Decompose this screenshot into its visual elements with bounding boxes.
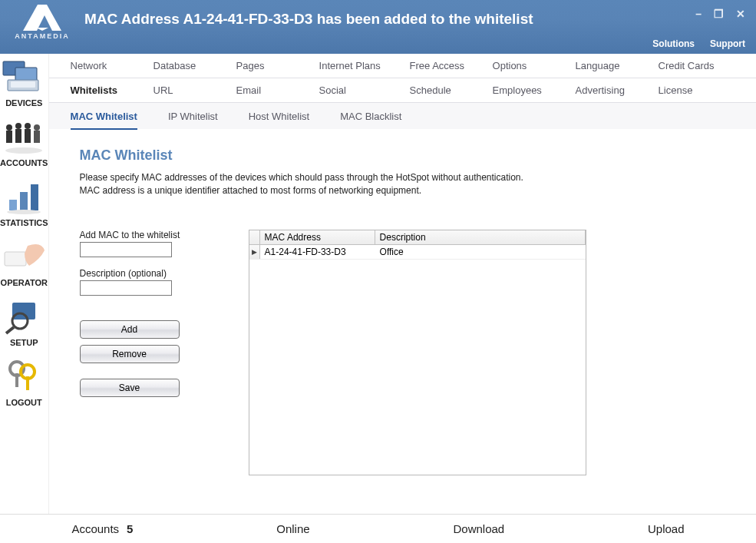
subtab-host-whitelist[interactable]: Host Whitelist — [249, 111, 309, 123]
svg-rect-17 — [20, 192, 28, 210]
svg-rect-10 — [15, 129, 21, 143]
svg-rect-27 — [26, 376, 29, 390]
tab-pages[interactable]: Pages — [236, 60, 319, 71]
close-icon[interactable]: ✕ — [736, 8, 745, 20]
svg-rect-14 — [34, 131, 40, 143]
sidebar-item-devices[interactable]: DEVICES — [0, 57, 48, 108]
svg-rect-4 — [15, 68, 37, 81]
section-title: MAC Whitelist — [80, 147, 748, 164]
status-accounts-value: 5 — [127, 522, 133, 535]
add-button[interactable]: Add — [80, 320, 180, 339]
tab-internet-plans[interactable]: Internet Plans — [319, 60, 410, 71]
logout-icon — [0, 356, 48, 396]
tabs-level3: MAC Whitelist IP Whitelist Host Whitelis… — [49, 103, 756, 129]
tab-schedule[interactable]: Schedule — [410, 84, 493, 96]
subtab-ip-whitelist[interactable]: IP Whitelist — [168, 111, 218, 123]
sidebar-item-statistics[interactable]: STATISTICS — [0, 177, 48, 227]
link-solutions[interactable]: Solutions — [652, 38, 695, 49]
sidebar-item-label: ACCOUNTS — [0, 158, 48, 167]
tab-advertising[interactable]: Advertising — [576, 84, 659, 96]
section-desc-line: MAC address is a unique identifier attac… — [80, 184, 748, 197]
cell-desc: Office — [375, 245, 586, 259]
sidebar-item-label: SETUP — [10, 338, 38, 347]
statistics-icon — [0, 177, 48, 217]
svg-line-23 — [6, 327, 14, 333]
app-header: ANTAMEDIA MAC Address A1-24-41-FD-33-D3 … — [0, 0, 756, 54]
sidebar-item-accounts[interactable]: ACCOUNTS — [0, 117, 48, 167]
sidebar-item-setup[interactable]: SETUP — [0, 296, 48, 347]
svg-rect-6 — [11, 81, 35, 88]
status-accounts[interactable]: Accounts 5 — [71, 522, 133, 535]
tab-credit-cards[interactable]: Credit Cards — [659, 60, 741, 71]
tab-options[interactable]: Options — [493, 60, 576, 71]
header-links: Solutions Support — [652, 38, 745, 49]
tab-language[interactable]: Language — [576, 60, 659, 71]
svg-point-7 — [6, 124, 12, 131]
status-online[interactable]: Online — [276, 522, 309, 535]
setup-icon — [0, 296, 48, 336]
grid-header: MAC Address Description — [249, 230, 586, 245]
brand-name: ANTAMEDIA — [15, 32, 69, 40]
sidebar-item-label: LOGOUT — [6, 398, 42, 407]
sidebar-item-logout[interactable]: LOGOUT — [0, 356, 48, 407]
tabs-level1: Network Database Pages Internet Plans Fr… — [49, 54, 756, 78]
minimize-icon[interactable]: – — [695, 8, 702, 20]
header-title: MAC Address A1-24-41-FD-33-D3 has been a… — [84, 0, 695, 28]
main-area: Network Database Pages Internet Plans Fr… — [49, 54, 756, 514]
svg-rect-20 — [5, 252, 26, 266]
svg-point-9 — [15, 123, 21, 129]
tab-database[interactable]: Database — [154, 60, 236, 71]
window-controls: – ❐ ✕ — [695, 0, 756, 20]
link-support[interactable]: Support — [710, 38, 745, 49]
subtab-mac-blacklist[interactable]: MAC Blacklist — [340, 111, 401, 123]
svg-point-13 — [34, 124, 40, 131]
svg-rect-8 — [6, 131, 12, 143]
tab-whitelists[interactable]: Whitelists — [71, 84, 154, 96]
brand-logo: ANTAMEDIA — [0, 0, 84, 40]
svg-rect-25 — [15, 373, 18, 387]
svg-rect-12 — [25, 129, 31, 143]
tab-license[interactable]: License — [659, 84, 741, 96]
mac-input-label: Add MAC to the whitelist — [80, 230, 233, 240]
svg-point-11 — [25, 123, 31, 129]
sidebar-item-label: STATISTICS — [0, 218, 48, 227]
desc-input-label: Description (optional) — [80, 268, 233, 279]
sidebar: DEVICES ACCOUNTS — [0, 54, 49, 514]
sidebar-item-operator[interactable]: OPERATOR — [0, 237, 48, 287]
tab-social[interactable]: Social — [319, 84, 410, 96]
cell-mac: A1-24-41-FD-33-D3 — [260, 245, 375, 259]
content: MAC Whitelist Please specify MAC address… — [49, 129, 756, 483]
description-input[interactable] — [80, 280, 172, 296]
status-bar: Accounts 5 Online Download Upload — [0, 514, 756, 543]
row-indicator-icon: ▶ — [249, 245, 260, 259]
tab-free-access[interactable]: Free Access — [410, 60, 493, 71]
grid-col-desc[interactable]: Description — [375, 230, 586, 244]
svg-point-15 — [5, 147, 42, 154]
accounts-icon — [0, 117, 48, 157]
remove-button[interactable]: Remove — [80, 345, 180, 363]
tab-network[interactable]: Network — [71, 60, 154, 71]
subtab-mac-whitelist[interactable]: MAC Whitelist — [71, 111, 137, 130]
tab-employees[interactable]: Employees — [493, 84, 576, 96]
grid-row[interactable]: ▶ A1-24-41-FD-33-D3 Office — [249, 245, 586, 260]
save-button[interactable]: Save — [80, 379, 180, 397]
form-panel: Add MAC to the whitelist Description (op… — [80, 230, 233, 475]
svg-rect-16 — [9, 200, 17, 210]
section-description: Please specify MAC addresses of the devi… — [80, 171, 748, 197]
grid-col-mac[interactable]: MAC Address — [260, 230, 375, 244]
whitelist-grid[interactable]: MAC Address Description ▶ A1-24-41-FD-33… — [249, 230, 586, 475]
maximize-icon[interactable]: ❐ — [714, 8, 724, 20]
tabs-level2: Whitelists URL Email Social Schedule Emp… — [49, 78, 756, 103]
section-desc-line: Please specify MAC addresses of the devi… — [80, 171, 748, 184]
operator-icon — [0, 237, 48, 276]
mac-input[interactable] — [80, 242, 172, 257]
status-upload[interactable]: Upload — [648, 522, 685, 535]
status-accounts-label: Accounts — [71, 522, 119, 535]
svg-rect-21 — [12, 303, 35, 320]
sidebar-item-label: DEVICES — [5, 98, 42, 108]
svg-rect-18 — [31, 184, 38, 210]
status-download[interactable]: Download — [453, 522, 504, 535]
devices-icon — [0, 57, 48, 97]
tab-email[interactable]: Email — [236, 84, 319, 96]
tab-url[interactable]: URL — [154, 84, 236, 96]
